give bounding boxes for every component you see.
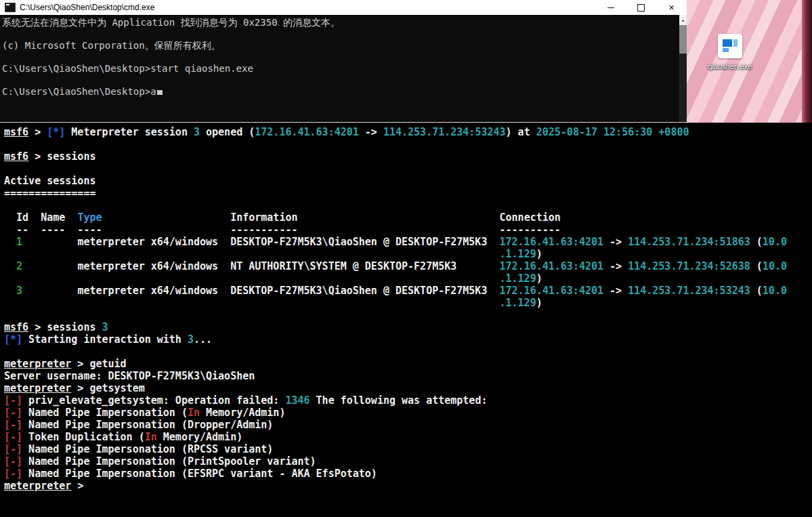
cmd-titlebar[interactable]: C:\Users\QiaoShen\Desktop\cmd.exe × (0, 0, 687, 15)
terminal-line: msf6 > sessions 3 (4, 321, 812, 333)
cmd-icon (5, 3, 16, 12)
desktop-icon-qiaoshen[interactable]: qiaoshen.exe (702, 34, 758, 70)
cmd-line: C:\Users\QiaoShen\Desktop>a (2, 86, 676, 98)
terminal-line (4, 199, 812, 211)
terminal-line: meterpreter > (4, 480, 812, 492)
cmd-line (2, 75, 676, 86)
terminal-line: 3 meterpreter x64/windows DESKTOP-F27M5K… (4, 285, 812, 297)
cmd-console[interactable]: 系统无法在消息文件中为 Application 找到消息号为 0x2350 的消… (0, 15, 687, 122)
terminal-line: [-] Named Pipe Impersonation (Dropper/Ad… (4, 419, 812, 431)
terminal-line: Server username: DESKTOP-F27M5K3\QiaoShe… (4, 370, 812, 382)
window-controls: × (595, 0, 687, 15)
cmd-line: 系统无法在消息文件中为 Application 找到消息号为 0x2350 的消… (2, 17, 676, 28)
app-icon-shape (723, 39, 732, 47)
terminal-line: 2 meterpreter x64/windows NT AUTHORITY\S… (4, 260, 812, 272)
terminal-line (4, 138, 812, 150)
cmd-scrollbar[interactable]: ▲ (679, 15, 687, 122)
terminal-line: Id Name Type Information Connection (4, 211, 812, 224)
terminal-line: [-] Named Pipe Impersonation (RPCSS vari… (4, 443, 812, 455)
desktop-icon-label: qiaoshen.exe (702, 62, 758, 70)
app-icon-shape (723, 48, 729, 52)
terminal-line: meterpreter > getsystem (4, 382, 812, 394)
cmd-line (2, 28, 676, 40)
cmd-output: 系统无法在消息文件中为 Application 找到消息号为 0x2350 的消… (2, 17, 676, 98)
cmd-window: C:\Users\QiaoShen\Desktop\cmd.exe × 系统无法… (0, 0, 687, 123)
terminal-line: [-] Named Pipe Impersonation (EFSRPC var… (4, 468, 812, 480)
terminal-line: .1.129) (4, 248, 812, 260)
window-title: C:\Users\QiaoShen\Desktop\cmd.exe (20, 3, 595, 12)
terminal-line: meterpreter > getuid (4, 358, 812, 370)
screen: qiaoshen.exe msf6 > [*] Meterpreter sess… (0, 0, 812, 517)
scroll-up-icon[interactable]: ▲ (679, 15, 687, 25)
terminal-line: [*] Starting interaction with 3... (4, 333, 812, 346)
terminal-line: msf6 > sessions (4, 150, 812, 163)
terminal-line: .1.129) (4, 272, 812, 285)
terminal-line: msf6 > [*] Meterpreter session 3 opened … (4, 126, 812, 138)
terminal-line (4, 346, 812, 358)
terminal-line: Active sessions (4, 175, 812, 187)
app-icon-shape (733, 39, 738, 47)
minimize-icon (607, 7, 614, 8)
cmd-line: (c) Microsoft Corporation。保留所有权利。 (2, 40, 676, 51)
cmd-line: C:\Users\QiaoShen\Desktop>start qiaoshen… (2, 63, 676, 75)
terminal-line: [-] Named Pipe Impersonation (In Memory/… (4, 407, 812, 419)
terminal-line: [-] Named Pipe Impersonation (PrintSpool… (4, 455, 812, 468)
cmd-line (2, 51, 676, 63)
terminal-line: [-] Token Duplication (In Memory/Admin) (4, 431, 812, 443)
maximize-icon (637, 4, 645, 12)
close-button[interactable]: × (656, 0, 687, 15)
terminal-line: .1.129) (4, 297, 812, 309)
terminal-line: =============== (4, 187, 812, 199)
minimize-button[interactable] (595, 0, 626, 15)
desktop-wallpaper: qiaoshen.exe (687, 0, 812, 123)
maximize-button[interactable] (626, 0, 656, 15)
terminal-output: msf6 > [*] Meterpreter session 3 opened … (4, 126, 812, 492)
terminal-line: -- ---- ---- ----------- ---------- (4, 224, 812, 236)
metasploit-terminal[interactable]: msf6 > [*] Meterpreter session 3 opened … (0, 123, 812, 517)
scrollbar-thumb[interactable] (679, 25, 687, 54)
terminal-line: 1 meterpreter x64/windows DESKTOP-F27M5K… (4, 236, 812, 248)
terminal-line: [-] priv_elevate_getsystem: Operation fa… (4, 394, 812, 407)
terminal-line (4, 163, 812, 175)
terminal-line (4, 309, 812, 321)
text-cursor (157, 90, 163, 95)
application-icon (718, 34, 742, 58)
